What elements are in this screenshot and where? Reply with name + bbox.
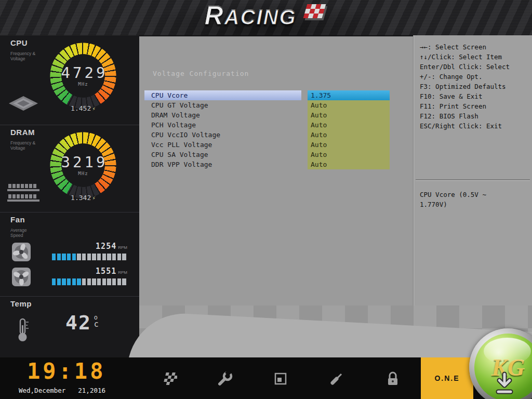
logo-text: RACING xyxy=(205,3,297,30)
help-line: ↑↓/Click: Select Item xyxy=(420,52,510,62)
fan2-rpm: 1551RPM xyxy=(52,266,127,276)
temperature-value: 42 xyxy=(65,313,91,332)
date-day: Wed,December xyxy=(19,387,65,394)
dram-gauge-ring xyxy=(48,130,118,201)
cpu-section-title: CPU xyxy=(10,38,28,47)
item-help-text: CPU Vcore (0.5V ~ 1.770V) xyxy=(420,190,486,209)
fan1-icon xyxy=(11,242,31,262)
setting-row[interactable]: CPU SA Voltage Auto xyxy=(144,150,407,159)
cpu-section-subtitle: Frequency & Voltage xyxy=(10,51,35,61)
fan-section-subtitle: Average Speed xyxy=(10,228,27,238)
bios-screen: RACING CPU Frequency & Voltage xyxy=(0,0,532,399)
setting-row[interactable]: Vcc PLL Voltage Auto xyxy=(144,140,407,150)
setting-label[interactable]: CPU VccIO Voltage xyxy=(144,130,301,140)
help-line: F11: Print Screen xyxy=(420,101,510,111)
setting-label[interactable]: DDR VPP Voltage xyxy=(144,159,301,169)
bolt-icon: ⚡ xyxy=(92,195,96,202)
celsius-symbol: c xyxy=(94,321,99,328)
help-line: Enter/Dbl Click: Select xyxy=(420,62,510,72)
screwdriver-icon[interactable] xyxy=(328,370,345,388)
dram-voltage-readout: 1.342⚡ xyxy=(48,194,118,202)
help-line: F12: BIOS Flash xyxy=(420,111,510,121)
cpu-chip-icon xyxy=(8,96,38,112)
checkered-flag-icon xyxy=(299,2,328,26)
clock: 19:18 xyxy=(27,360,105,383)
setting-label[interactable]: CPU GT Voltage xyxy=(144,100,301,110)
dram-section-subtitle: Frequency & Voltage xyxy=(10,140,35,151)
ram-modules-icon xyxy=(7,184,42,204)
fan2-speed-bar xyxy=(52,278,127,285)
help-line: →←: Select Screen xyxy=(420,42,510,52)
header: RACING xyxy=(0,0,532,36)
one-button[interactable]: O.N.E xyxy=(421,357,473,399)
setting-value[interactable]: Auto xyxy=(308,110,390,120)
fan-section-title: Fan xyxy=(10,215,25,224)
dram-section-title: DRAM xyxy=(10,128,35,137)
setting-row[interactable]: CPU GT Voltage Auto xyxy=(144,100,407,110)
sidebar: CPU Frequency & Voltage 4729 MHz 1.452⚡ … xyxy=(0,35,139,357)
key-legend: →←: Select Screen ↑↓/Click: Select Item … xyxy=(420,42,510,131)
divider xyxy=(416,179,530,180)
lock-icon[interactable] xyxy=(384,370,402,388)
download-icon xyxy=(493,371,516,396)
wrench-icon[interactable] xyxy=(216,370,233,388)
setting-row[interactable]: CPU VccIO Voltage Auto xyxy=(144,130,407,140)
fan2-icon xyxy=(11,267,31,287)
window-icon[interactable] xyxy=(272,370,289,388)
help-line: F3: Optimized Defaults xyxy=(420,82,510,91)
setting-value[interactable]: Auto xyxy=(308,159,390,169)
help-line: F10: Save & Exit xyxy=(420,91,510,101)
setting-value[interactable]: Auto xyxy=(308,120,390,130)
temperature-readout: 42 o c xyxy=(65,313,99,332)
divider xyxy=(0,125,139,125)
date-year: 21,2016 xyxy=(78,387,105,394)
footer: 19:18 Wed,December 21,2016 xyxy=(0,357,532,399)
setting-row[interactable]: CPU Vcore 1.375 xyxy=(144,90,407,100)
setting-label[interactable]: DRAM Voltage xyxy=(144,110,301,120)
setting-value[interactable]: Auto xyxy=(308,130,390,140)
cpu-gauge-ring xyxy=(48,41,118,111)
cpu-voltage-readout: 1.452⚡ xyxy=(48,104,118,112)
racing-flag-icon[interactable] xyxy=(159,370,177,388)
fan1-speed-bar xyxy=(52,254,127,260)
dram-frequency-gauge: 3219 MHz 1.342⚡ xyxy=(48,130,118,201)
settings-list: CPU Vcore 1.375 CPU GT Voltage Auto DRAM… xyxy=(144,90,407,169)
setting-row[interactable]: DRAM Voltage Auto xyxy=(144,110,407,120)
setting-label[interactable]: Vcc PLL Voltage xyxy=(144,140,301,150)
setting-row[interactable]: DDR VPP Voltage Auto xyxy=(144,159,407,169)
racing-logo: RACING xyxy=(205,3,328,30)
divider xyxy=(0,212,139,212)
setting-label[interactable]: CPU SA Voltage xyxy=(144,150,301,159)
cpu-frequency-gauge: 4729 MHz 1.452⚡ xyxy=(48,41,118,111)
fan1-rpm: 1254RPM xyxy=(52,241,127,251)
setting-value[interactable]: Auto xyxy=(308,100,390,110)
setting-value[interactable]: 1.375 xyxy=(308,90,390,100)
temp-section-title: Temp xyxy=(10,299,32,308)
page-title: Voltage Configuration xyxy=(153,70,249,77)
date: Wed,December 21,2016 xyxy=(19,387,105,394)
setting-value[interactable]: Auto xyxy=(308,150,390,159)
thermometer-icon xyxy=(15,318,30,342)
bolt-icon: ⚡ xyxy=(92,105,96,112)
help-line: +/-: Change Opt. xyxy=(420,72,510,82)
setting-label[interactable]: PCH Voltage xyxy=(144,120,301,130)
help-line: ESC/Right Click: Exit xyxy=(420,121,510,131)
setting-row[interactable]: PCH Voltage Auto xyxy=(144,120,407,130)
setting-label[interactable]: CPU Vcore xyxy=(144,90,301,100)
divider xyxy=(0,296,139,297)
setting-value[interactable]: Auto xyxy=(308,140,390,150)
